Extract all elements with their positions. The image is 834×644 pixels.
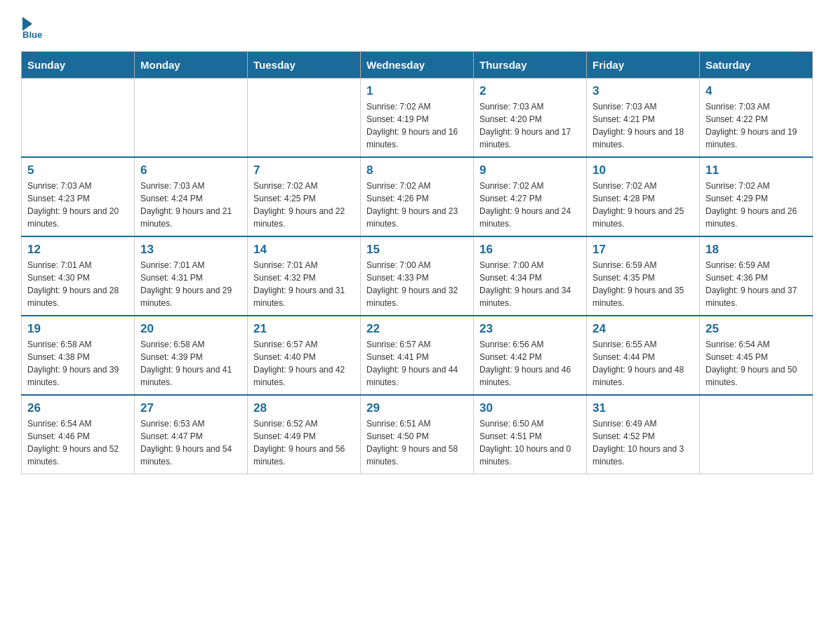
calendar-cell: 21Sunrise: 6:57 AM Sunset: 4:40 PM Dayli… bbox=[248, 316, 361, 395]
calendar-header-row: SundayMondayTuesdayWednesdayThursdayFrid… bbox=[22, 52, 813, 79]
day-number: 18 bbox=[706, 243, 807, 257]
calendar-week-row: 5Sunrise: 7:03 AM Sunset: 4:23 PM Daylig… bbox=[22, 157, 813, 236]
calendar-cell: 28Sunrise: 6:52 AM Sunset: 4:49 PM Dayli… bbox=[248, 395, 361, 474]
day-number: 4 bbox=[706, 84, 807, 98]
day-info: Sunrise: 7:02 AM Sunset: 4:25 PM Dayligh… bbox=[253, 180, 355, 230]
day-number: 21 bbox=[253, 322, 355, 336]
day-info: Sunrise: 7:02 AM Sunset: 4:27 PM Dayligh… bbox=[479, 180, 581, 230]
day-number: 3 bbox=[593, 84, 694, 98]
day-info: Sunrise: 7:03 AM Sunset: 4:22 PM Dayligh… bbox=[706, 100, 807, 151]
day-number: 8 bbox=[366, 163, 468, 177]
day-number: 22 bbox=[366, 322, 468, 336]
calendar-cell: 2Sunrise: 7:03 AM Sunset: 4:20 PM Daylig… bbox=[474, 79, 587, 158]
calendar-week-row: 26Sunrise: 6:54 AM Sunset: 4:46 PM Dayli… bbox=[22, 395, 813, 474]
calendar-cell bbox=[700, 395, 813, 474]
day-info: Sunrise: 7:02 AM Sunset: 4:19 PM Dayligh… bbox=[366, 100, 468, 151]
day-info: Sunrise: 7:03 AM Sunset: 4:23 PM Dayligh… bbox=[27, 180, 128, 230]
calendar-cell: 16Sunrise: 7:00 AM Sunset: 4:34 PM Dayli… bbox=[474, 236, 587, 316]
day-info: Sunrise: 6:58 AM Sunset: 4:38 PM Dayligh… bbox=[27, 338, 128, 389]
calendar-header-saturday: Saturday bbox=[700, 52, 813, 79]
day-info: Sunrise: 6:51 AM Sunset: 4:50 PM Dayligh… bbox=[366, 417, 468, 468]
calendar-cell: 27Sunrise: 6:53 AM Sunset: 4:47 PM Dayli… bbox=[135, 395, 248, 474]
day-info: Sunrise: 7:02 AM Sunset: 4:29 PM Dayligh… bbox=[706, 180, 807, 230]
day-info: Sunrise: 6:54 AM Sunset: 4:45 PM Dayligh… bbox=[706, 338, 807, 389]
day-number: 16 bbox=[479, 243, 581, 257]
day-number: 31 bbox=[593, 401, 694, 415]
calendar-cell: 10Sunrise: 7:02 AM Sunset: 4:28 PM Dayli… bbox=[587, 157, 700, 236]
calendar-cell: 3Sunrise: 7:03 AM Sunset: 4:21 PM Daylig… bbox=[587, 79, 700, 158]
day-info: Sunrise: 7:03 AM Sunset: 4:21 PM Dayligh… bbox=[593, 100, 694, 151]
calendar-cell bbox=[22, 79, 135, 158]
day-info: Sunrise: 7:03 AM Sunset: 4:24 PM Dayligh… bbox=[140, 180, 241, 230]
calendar-cell: 12Sunrise: 7:01 AM Sunset: 4:30 PM Dayli… bbox=[22, 236, 135, 316]
calendar-cell: 9Sunrise: 7:02 AM Sunset: 4:27 PM Daylig… bbox=[474, 157, 587, 236]
day-number: 15 bbox=[366, 243, 468, 257]
day-info: Sunrise: 6:54 AM Sunset: 4:46 PM Dayligh… bbox=[27, 417, 128, 468]
logo-subtitle: Blue bbox=[22, 29, 42, 40]
calendar-table: SundayMondayTuesdayWednesdayThursdayFrid… bbox=[21, 51, 813, 474]
calendar-cell: 17Sunrise: 6:59 AM Sunset: 4:35 PM Dayli… bbox=[587, 236, 700, 316]
day-info: Sunrise: 7:01 AM Sunset: 4:30 PM Dayligh… bbox=[27, 259, 128, 309]
day-number: 14 bbox=[253, 243, 355, 257]
day-number: 11 bbox=[706, 163, 807, 177]
day-info: Sunrise: 6:59 AM Sunset: 4:35 PM Dayligh… bbox=[593, 259, 694, 309]
calendar-week-row: 19Sunrise: 6:58 AM Sunset: 4:38 PM Dayli… bbox=[22, 316, 813, 395]
day-info: Sunrise: 6:49 AM Sunset: 4:52 PM Dayligh… bbox=[593, 417, 694, 468]
calendar-cell: 22Sunrise: 6:57 AM Sunset: 4:41 PM Dayli… bbox=[361, 316, 474, 395]
calendar-cell: 13Sunrise: 7:01 AM Sunset: 4:31 PM Dayli… bbox=[135, 236, 248, 316]
day-number: 19 bbox=[27, 322, 128, 336]
day-number: 27 bbox=[140, 401, 241, 415]
calendar-cell: 20Sunrise: 6:58 AM Sunset: 4:39 PM Dayli… bbox=[135, 316, 248, 395]
calendar-cell: 1Sunrise: 7:02 AM Sunset: 4:19 PM Daylig… bbox=[361, 79, 474, 158]
day-info: Sunrise: 6:50 AM Sunset: 4:51 PM Dayligh… bbox=[479, 417, 581, 468]
day-number: 1 bbox=[366, 84, 468, 98]
calendar-cell: 19Sunrise: 6:58 AM Sunset: 4:38 PM Dayli… bbox=[22, 316, 135, 395]
day-info: Sunrise: 6:58 AM Sunset: 4:39 PM Dayligh… bbox=[140, 338, 241, 389]
logo: Blue bbox=[21, 14, 42, 40]
day-number: 17 bbox=[593, 243, 694, 257]
calendar-week-row: 12Sunrise: 7:01 AM Sunset: 4:30 PM Dayli… bbox=[22, 236, 813, 316]
calendar-header-wednesday: Wednesday bbox=[361, 52, 474, 79]
calendar-cell: 14Sunrise: 7:01 AM Sunset: 4:32 PM Dayli… bbox=[248, 236, 361, 316]
calendar-cell: 30Sunrise: 6:50 AM Sunset: 4:51 PM Dayli… bbox=[474, 395, 587, 474]
calendar-cell: 15Sunrise: 7:00 AM Sunset: 4:33 PM Dayli… bbox=[361, 236, 474, 316]
day-info: Sunrise: 6:53 AM Sunset: 4:47 PM Dayligh… bbox=[140, 417, 241, 468]
day-number: 6 bbox=[140, 163, 241, 177]
day-info: Sunrise: 7:03 AM Sunset: 4:20 PM Dayligh… bbox=[479, 100, 581, 151]
day-info: Sunrise: 6:56 AM Sunset: 4:42 PM Dayligh… bbox=[479, 338, 581, 389]
calendar-cell: 7Sunrise: 7:02 AM Sunset: 4:25 PM Daylig… bbox=[248, 157, 361, 236]
calendar-header-monday: Monday bbox=[135, 52, 248, 79]
calendar-header-tuesday: Tuesday bbox=[248, 52, 361, 79]
calendar-week-row: 1Sunrise: 7:02 AM Sunset: 4:19 PM Daylig… bbox=[22, 79, 813, 158]
day-number: 2 bbox=[479, 84, 581, 98]
page-header: Blue bbox=[21, 14, 813, 40]
calendar-cell: 4Sunrise: 7:03 AM Sunset: 4:22 PM Daylig… bbox=[700, 79, 813, 158]
day-info: Sunrise: 7:01 AM Sunset: 4:31 PM Dayligh… bbox=[140, 259, 241, 309]
day-info: Sunrise: 7:02 AM Sunset: 4:28 PM Dayligh… bbox=[593, 180, 694, 230]
day-info: Sunrise: 6:57 AM Sunset: 4:41 PM Dayligh… bbox=[366, 338, 468, 389]
day-number: 24 bbox=[593, 322, 694, 336]
day-number: 29 bbox=[366, 401, 468, 415]
day-number: 20 bbox=[140, 322, 241, 336]
calendar-header-friday: Friday bbox=[587, 52, 700, 79]
day-info: Sunrise: 6:57 AM Sunset: 4:40 PM Dayligh… bbox=[253, 338, 355, 389]
calendar-cell: 23Sunrise: 6:56 AM Sunset: 4:42 PM Dayli… bbox=[474, 316, 587, 395]
day-number: 5 bbox=[27, 163, 128, 177]
calendar-cell: 25Sunrise: 6:54 AM Sunset: 4:45 PM Dayli… bbox=[700, 316, 813, 395]
day-info: Sunrise: 7:01 AM Sunset: 4:32 PM Dayligh… bbox=[253, 259, 355, 309]
calendar-cell bbox=[135, 79, 248, 158]
day-number: 23 bbox=[479, 322, 581, 336]
day-number: 28 bbox=[253, 401, 355, 415]
calendar-cell: 6Sunrise: 7:03 AM Sunset: 4:24 PM Daylig… bbox=[135, 157, 248, 236]
day-info: Sunrise: 7:00 AM Sunset: 4:34 PM Dayligh… bbox=[479, 259, 581, 309]
calendar-cell: 24Sunrise: 6:55 AM Sunset: 4:44 PM Dayli… bbox=[587, 316, 700, 395]
calendar-cell: 8Sunrise: 7:02 AM Sunset: 4:26 PM Daylig… bbox=[361, 157, 474, 236]
day-number: 12 bbox=[27, 243, 128, 257]
day-number: 10 bbox=[593, 163, 694, 177]
day-info: Sunrise: 6:55 AM Sunset: 4:44 PM Dayligh… bbox=[593, 338, 694, 389]
day-number: 9 bbox=[479, 163, 581, 177]
calendar-cell: 29Sunrise: 6:51 AM Sunset: 4:50 PM Dayli… bbox=[361, 395, 474, 474]
calendar-cell: 11Sunrise: 7:02 AM Sunset: 4:29 PM Dayli… bbox=[700, 157, 813, 236]
day-number: 26 bbox=[27, 401, 128, 415]
day-info: Sunrise: 6:52 AM Sunset: 4:49 PM Dayligh… bbox=[253, 417, 355, 468]
